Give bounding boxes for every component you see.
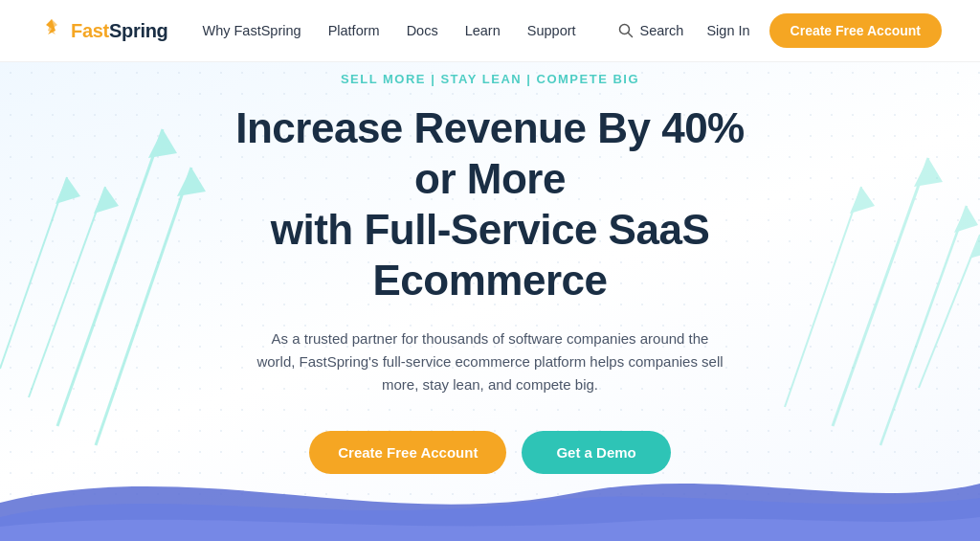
hero-title: Increase Revenue By 40% or More with Ful… [212, 103, 768, 305]
svg-line-1 [629, 34, 633, 37]
search-trigger[interactable]: Search [618, 23, 683, 38]
logo[interactable]: FastSpring [38, 17, 167, 44]
create-account-button-nav[interactable]: Create Free Account [769, 13, 942, 48]
svg-marker-7 [94, 187, 119, 214]
svg-marker-11 [914, 158, 943, 187]
svg-marker-9 [56, 177, 80, 204]
create-account-button-hero[interactable]: Create Free Account [309, 431, 506, 474]
nav-platform[interactable]: Platform [328, 23, 380, 38]
svg-line-6 [29, 187, 105, 397]
svg-marker-3 [148, 129, 177, 158]
svg-line-8 [0, 177, 67, 369]
search-label: Search [639, 23, 683, 38]
svg-line-12 [880, 206, 967, 445]
svg-line-4 [96, 168, 191, 445]
svg-marker-13 [954, 206, 978, 233]
nav-links: Why FastSpring Platform Docs Learn Suppo… [202, 23, 618, 38]
logo-icon [38, 17, 65, 44]
svg-line-10 [833, 158, 928, 426]
sign-in-link[interactable]: Sign In [706, 23, 749, 38]
hero-section: SELL MORE | STAY LEAN | COMPETE BIG Incr… [0, 62, 980, 541]
nav-right: Sign In Create Free Account [706, 13, 942, 48]
search-icon [618, 23, 634, 38]
navbar: FastSpring Why FastSpring Platform Docs … [0, 0, 980, 62]
hero-content: SELL MORE | STAY LEAN | COMPETE BIG Incr… [193, 72, 787, 473]
nav-docs[interactable]: Docs [407, 23, 438, 38]
nav-learn[interactable]: Learn [465, 23, 501, 38]
hero-subtitle: As a trusted partner for thousands of so… [251, 327, 729, 396]
get-demo-button[interactable]: Get a Demo [522, 431, 670, 474]
nav-support[interactable]: Support [527, 23, 576, 38]
hero-buttons: Create Free Account Get a Demo [212, 431, 768, 474]
svg-marker-15 [850, 187, 875, 214]
nav-why-fastspring[interactable]: Why FastSpring [202, 23, 301, 38]
hero-eyebrow: SELL MORE | STAY LEAN | COMPETE BIG [212, 72, 768, 86]
logo-text: FastSpring [71, 20, 167, 42]
